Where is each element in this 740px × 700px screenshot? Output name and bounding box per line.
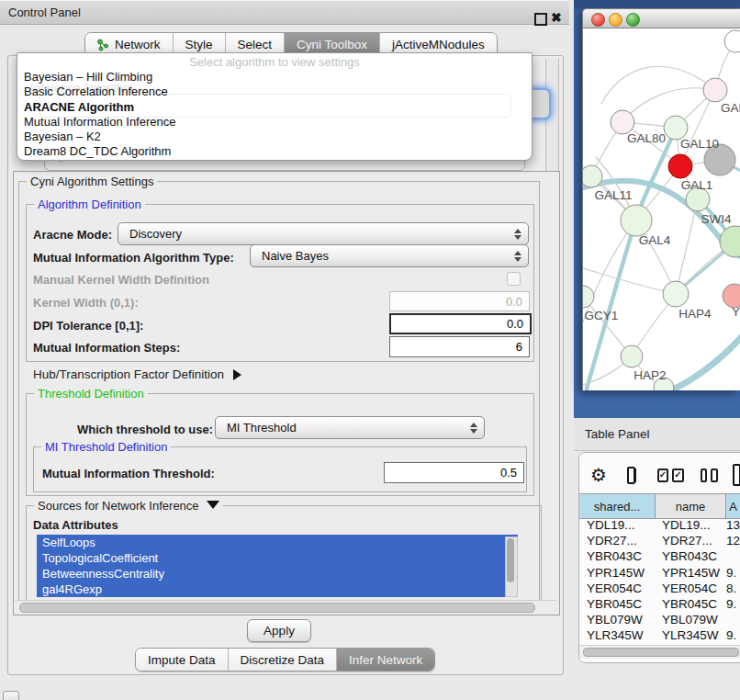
network-edge [583,267,676,294]
mi-type-value: Naive Bayes [251,249,510,263]
network-window[interactable]: GALGAL80GAL10GAL1GAL11GAL4SWI4GCY1HAP4YH… [582,8,740,390]
network-edge [622,88,715,122]
manual-kernel-checkbox[interactable] [507,272,521,286]
mi-type-label: Mutual Information Algorithm Type: [33,251,234,265]
table-toolbar: ⚙ ✓ ✓ [579,458,740,491]
dpi-tolerance-input[interactable]: 0.0 [389,313,532,334]
column-header[interactable]: shared... [579,494,656,518]
table-cell: 9. [726,597,740,611]
gear-icon[interactable]: ⚙ [590,466,607,484]
which-threshold-combo[interactable]: MI Threshold [215,416,485,439]
attribute-item[interactable]: SelfLoops [37,535,518,550]
network-edge [601,66,715,104]
kernel-width-input[interactable]: 0.0 [389,291,530,311]
expand-right-icon [233,369,241,380]
data-attributes-list: SelfLoopsTopologicalCoefficientBetweenne… [37,535,518,597]
table-panel-titlebar: Table Panel [574,418,740,451]
network-edge [676,199,698,294]
table-cell: YDR27... [656,534,726,548]
column-header[interactable]: name [656,494,726,518]
popup-item[interactable]: Dream8 DC_TDC Algorithm [17,144,532,159]
sources-group-title[interactable]: Sources for Network Inference [34,499,223,513]
tab-label: Cyni Toolbox [297,38,367,51]
node-label: HAP4 [678,307,712,321]
table-cell: 8. [726,581,740,595]
aracne-mode-value: Discovery [118,227,510,241]
close-window-icon[interactable] [591,13,605,27]
network-node[interactable] [663,281,689,307]
table-hscrollbar-thumb[interactable] [583,648,739,657]
document-icon[interactable] [733,464,740,486]
table-cell: YDL19... [656,518,726,532]
table-row[interactable]: YDL19...YDL19...13 [579,517,740,533]
combo-stepper-icon [510,229,526,240]
network-edge [667,332,740,390]
apply-button[interactable]: Apply [247,619,311,642]
attribute-item[interactable]: TopologicalCoefficient [37,550,518,566]
aracne-mode-label: Aracne Mode: [33,228,112,242]
network-window-titlebar[interactable] [582,8,740,28]
node-label: GAL11 [594,188,632,202]
network-node[interactable] [621,205,652,236]
table-row[interactable]: YBR043CYBR043C [579,548,740,564]
kernel-width-label: Kernel Width (0,1): [33,296,139,310]
popup-item[interactable]: Bayesian – K2 [17,130,532,144]
minimize-window-icon[interactable] [609,13,622,27]
tab-label: Infer Network [349,653,422,667]
control-panel-titlebar: Control Panel [0,0,569,25]
table-cell: YLR345W [656,628,726,642]
hub-definition-label: Hub/Transcription Factor Definition [33,367,224,381]
node-label: HAP2 [633,368,666,382]
attributes-vscrollbar-thumb[interactable] [507,538,514,582]
mi-threshold-input[interactable]: 0.5 [384,462,524,483]
combo-stepper-icon [465,423,482,434]
float-panel-icon[interactable] [534,13,547,26]
mi-steps-input[interactable]: 6 [389,336,530,357]
table-row[interactable]: YBR045CYBR045C9. [579,596,740,612]
attribute-item[interactable]: gal4RGexp [37,581,518,597]
network-node[interactable] [668,154,692,178]
table-cell: 9. [726,566,740,580]
network-view[interactable]: GALGAL80GAL10GAL1GAL11GAL4SWI4GCY1HAP4YH… [582,28,740,390]
tab-label: Network [115,38,161,51]
table-row[interactable]: YBL079WYBL079W [579,612,740,627]
table-cell: 13 [726,518,740,532]
close-panel-icon[interactable]: ✖ [551,10,562,25]
aracne-mode-combo[interactable]: Discovery [118,222,529,245]
tab-impute-data[interactable]: Impute Data [136,649,228,671]
tab-discretize-data[interactable]: Discretize Data [228,649,337,671]
tab-infer-network[interactable]: Infer Network [336,649,434,671]
checked-checkbox-icon[interactable]: ✓ [657,469,668,482]
network-node[interactable] [583,165,602,187]
panel-grip-icon[interactable] [3,691,19,700]
table-row[interactable]: YPR145WYPR145W9. [579,565,740,581]
columns-icon[interactable] [627,467,635,484]
network-node[interactable] [724,30,740,52]
manual-kernel-label: Manual Kernel Width Definition [33,273,209,287]
tab-label: Impute Data [148,653,216,667]
table-cell: YBR043C [579,549,656,563]
checked-checkbox-icon[interactable]: ✓ [672,469,683,482]
table-row[interactable]: YDR27...YDR27...12 [579,533,740,548]
network-node[interactable] [703,78,727,102]
table-cell: YBL079W [579,613,656,627]
algorithm-definition-title: Algorithm Definition [34,198,145,211]
node-label: GAL80 [627,131,666,145]
mi-type-combo[interactable]: Naive Bayes [250,244,529,267]
unchecked-checkbox-icon[interactable] [711,469,718,482]
settings-hscrollbar-thumb[interactable] [19,603,535,613]
bottom-tabs: Impute DataDiscretize DataInfer Network [135,648,435,672]
network-node[interactable] [583,286,594,308]
control-panel-title: Control Panel [8,6,81,19]
table-cell: YBR045C [579,597,656,611]
table-row[interactable]: YER054CYER054C8. [579,581,740,596]
node-label: SWI4 [701,212,731,226]
table-row[interactable]: YLR345WYLR345W9. [579,627,740,643]
network-node[interactable] [621,345,643,367]
tab-label: jActiveMNodules [392,38,485,51]
zoom-window-icon[interactable] [626,13,640,27]
column-header[interactable]: A [726,494,740,518]
unchecked-checkbox-icon[interactable] [701,469,708,482]
hub-definition-toggle[interactable]: Hub/Transcription Factor Definition [33,367,241,381]
attribute-item[interactable]: BetweennessCentrality [37,566,518,581]
